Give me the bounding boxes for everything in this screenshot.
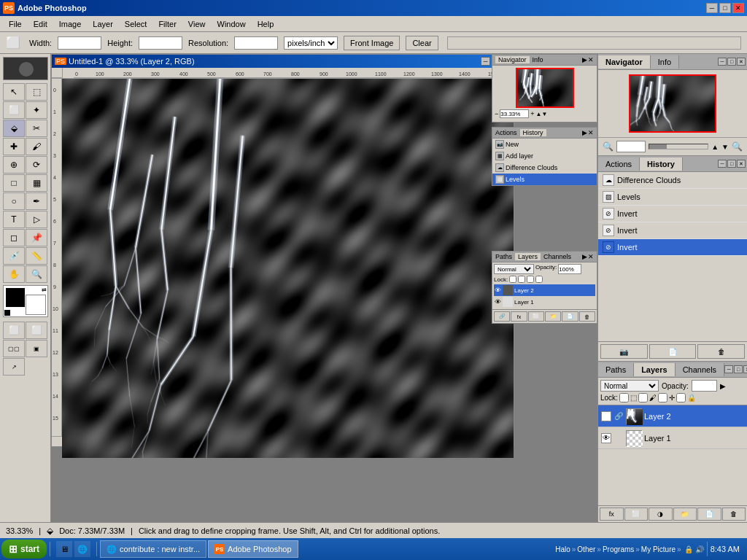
- menu-image[interactable]: Image: [53, 18, 88, 30]
- mini-zoom-input[interactable]: [500, 109, 529, 118]
- mini-opacity-input[interactable]: [558, 264, 581, 274]
- dodge-tool[interactable]: ○: [3, 192, 25, 210]
- notes-tool[interactable]: 📌: [26, 229, 47, 246]
- height-input[interactable]: [139, 36, 182, 50]
- mini-nav-tab2[interactable]: Info: [533, 56, 543, 63]
- mini-layers-tab[interactable]: Layers: [515, 253, 541, 260]
- minimize-button[interactable]: ─: [706, 3, 718, 13]
- swap-colors[interactable]: ⇄: [40, 286, 47, 293]
- slice-tool[interactable]: ✂: [26, 120, 47, 137]
- nav-maximize[interactable]: □: [727, 58, 736, 66]
- menu-view[interactable]: View: [182, 18, 212, 30]
- shape-tool[interactable]: ◻: [3, 229, 25, 246]
- mini-nav-close[interactable]: ✕: [588, 56, 594, 63]
- maximize-button[interactable]: □: [719, 3, 731, 13]
- history-diff-clouds[interactable]: ☁ Difference Clouds: [598, 172, 747, 189]
- navigator-tab[interactable]: Navigator: [598, 55, 651, 69]
- nav-close[interactable]: ✕: [737, 58, 746, 66]
- mini-layer2-eye[interactable]: 👁: [495, 287, 501, 294]
- eraser-tool[interactable]: □: [3, 174, 25, 192]
- mini-group-button[interactable]: 📁: [545, 311, 561, 322]
- jump-to-imageready[interactable]: ↗: [3, 358, 25, 376]
- mini-layers-close[interactable]: ✕: [588, 253, 594, 260]
- taskbar-contribute[interactable]: 🌐 contribute : new instr...: [100, 540, 206, 558]
- marquee-tool[interactable]: ⬜: [3, 101, 25, 119]
- history-close[interactable]: ✕: [737, 160, 746, 168]
- mini-layer1-row[interactable]: 👁 Layer 1: [494, 296, 595, 308]
- layer-1-link[interactable]: [614, 433, 624, 443]
- clear-button[interactable]: Clear: [406, 36, 438, 50]
- lock-transparent-check[interactable]: [619, 393, 629, 402]
- nav-zoom-down[interactable]: ▼: [721, 143, 729, 151]
- brush-tool[interactable]: 🖌: [26, 138, 47, 155]
- lock-image-check[interactable]: [638, 393, 648, 402]
- blend-mode-select[interactable]: Normal: [600, 380, 659, 392]
- history-invert-2[interactable]: ⊘ Invert: [598, 222, 747, 239]
- mini-paths-tab[interactable]: Paths: [495, 253, 512, 260]
- history-tab[interactable]: History: [640, 158, 683, 171]
- mini-nav-tab1[interactable]: Navigator: [495, 56, 530, 63]
- resolution-input[interactable]: [234, 36, 278, 50]
- pen-tool[interactable]: ✒: [26, 192, 47, 210]
- layer-2-link[interactable]: 🔗: [614, 411, 624, 421]
- lock-position-check[interactable]: [658, 393, 667, 402]
- nav-minimize[interactable]: ─: [718, 58, 727, 66]
- nav-zoom-input[interactable]: 33.33%: [616, 141, 646, 152]
- mini-zoom-arrows[interactable]: ▲▼: [536, 111, 548, 117]
- mini-mask-button[interactable]: ⬜: [528, 311, 544, 322]
- mini-fx-button[interactable]: fx: [511, 311, 527, 322]
- document-canvas[interactable]: [62, 79, 514, 458]
- zoom-out-icon[interactable]: 🔍: [603, 141, 614, 152]
- mini-nav-menu[interactable]: ▶: [582, 56, 587, 63]
- history-levels[interactable]: ▨ Levels: [598, 189, 747, 206]
- lasso-tool[interactable]: ⬚: [26, 83, 47, 101]
- mini-layer2-row[interactable]: 👁 Layer 2: [494, 284, 595, 296]
- info-tab[interactable]: Info: [651, 55, 679, 69]
- delete-state-btn[interactable]: 🗑: [697, 344, 745, 359]
- clone-tool[interactable]: ⊕: [3, 156, 25, 174]
- layers-close[interactable]: ✕: [743, 365, 747, 373]
- width-input[interactable]: [58, 36, 101, 50]
- layers-maximize[interactable]: □: [734, 365, 743, 373]
- history-minimize[interactable]: ─: [718, 160, 727, 168]
- heal-tool[interactable]: ✚: [3, 138, 25, 155]
- new-group-btn[interactable]: 📁: [673, 508, 697, 521]
- foreground-color[interactable]: [5, 287, 26, 308]
- standard-screen[interactable]: ▢▢: [3, 340, 25, 357]
- path-selection-tool[interactable]: ▷: [26, 211, 47, 228]
- mini-history-menu[interactable]: ▶: [582, 129, 587, 136]
- menu-file[interactable]: File: [3, 18, 28, 30]
- layer-2-row[interactable]: 👁 🔗 Layer 2: [598, 405, 747, 427]
- mini-lock-all[interactable]: [535, 276, 543, 283]
- zoom-slider[interactable]: [649, 144, 708, 149]
- lock-all-check[interactable]: [676, 393, 686, 402]
- layer-1-row[interactable]: 👁 Layer 1: [598, 427, 747, 449]
- desktop-shortcut[interactable]: 🖥: [56, 541, 72, 557]
- menu-filter[interactable]: Filter: [152, 18, 182, 30]
- layer-1-eye[interactable]: 👁: [601, 433, 611, 443]
- new-adjustment-btn[interactable]: ◑: [649, 508, 673, 521]
- nav-zoom-up[interactable]: ▲: [711, 143, 719, 151]
- mini-history-diff-clouds[interactable]: ☁ Difference Clouds: [492, 162, 597, 174]
- taskbar-photoshop[interactable]: PS Adobe Photoshop: [208, 540, 298, 558]
- history-brush-tool[interactable]: ⟳: [26, 156, 47, 174]
- move-tool[interactable]: ↖: [3, 83, 25, 101]
- channels-tab[interactable]: Channels: [676, 363, 724, 376]
- mini-history-add-layer[interactable]: ▦ Add layer: [492, 150, 597, 162]
- mini-history-new[interactable]: 📷 New: [492, 139, 597, 150]
- mini-history-close[interactable]: ✕: [588, 129, 594, 136]
- resolution-unit-select[interactable]: pixels/inch: [284, 36, 338, 50]
- mini-blend-mode-select[interactable]: Normal: [494, 264, 534, 274]
- history-invert-active[interactable]: ⊘ Invert: [598, 239, 747, 256]
- mini-history-levels[interactable]: ▨ Levels: [492, 174, 597, 185]
- mini-actions-tab[interactable]: Actions: [495, 129, 517, 136]
- default-colors[interactable]: ↩: [4, 309, 11, 316]
- history-maximize[interactable]: □: [727, 160, 736, 168]
- menu-edit[interactable]: Edit: [28, 18, 53, 30]
- mini-lock-position[interactable]: [527, 276, 534, 283]
- layers-minimize[interactable]: ─: [724, 365, 733, 373]
- layers-tab[interactable]: Layers: [634, 363, 675, 376]
- browser-shortcut[interactable]: 🌐: [74, 541, 90, 557]
- front-image-button[interactable]: Front Image: [344, 36, 400, 50]
- doc-minimize-button[interactable]: ─: [481, 57, 490, 66]
